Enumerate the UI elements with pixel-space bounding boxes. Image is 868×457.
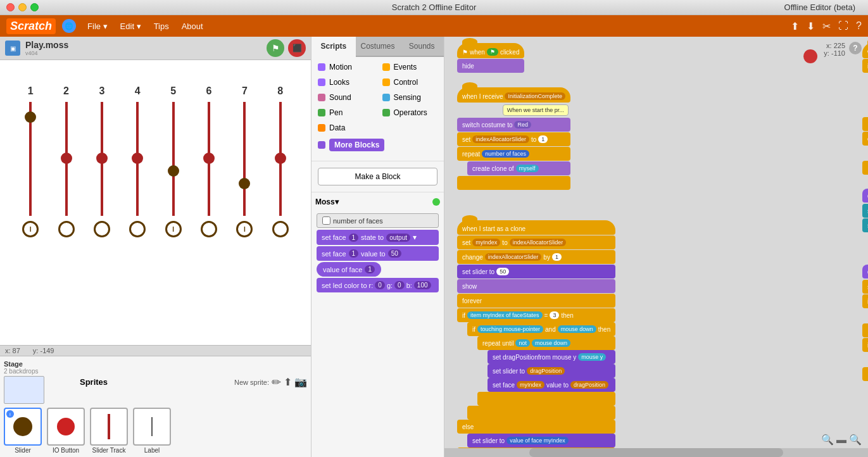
zoom-out-button[interactable]: 🔍 (821, 434, 834, 446)
file-menu[interactable]: File ▾ (81, 19, 114, 34)
set-slider-drag[interactable]: set slider to dragPosition (487, 364, 615, 378)
sprite-item-slider[interactable]: i Slider (4, 408, 42, 454)
define-drag-hat[interactable]: define set dragPosition from mouse y mou… (862, 265, 868, 279)
cat-sound[interactable]: Sound (314, 91, 377, 104)
slider-7-handle[interactable] (239, 178, 250, 189)
set-face-value-drag[interactable]: set face myIndex value to dragPosition (487, 378, 615, 392)
slider-1-track[interactable] (29, 102, 32, 216)
repeat-faces[interactable]: repeat number of faces (457, 147, 570, 161)
set-myindex[interactable]: set myIndex to indexAllocatorSlider (457, 235, 615, 249)
horizontal-scrollbar[interactable] (444, 448, 868, 457)
slider-3-handle[interactable] (96, 153, 108, 164)
when-flag-clicked[interactable]: ⚑ when ⚑ clicked (457, 43, 524, 58)
set-slider-50[interactable]: set slider to 50 (457, 265, 615, 279)
if-drag-100[interactable]: if dragPosition > 100 then (862, 294, 868, 308)
forever-block[interactable]: forever (457, 294, 615, 308)
slider-8-track[interactable] (279, 102, 282, 216)
zoom-in-button[interactable]: 🔍 (849, 434, 862, 446)
value-of-face-block[interactable]: value of face 1 (317, 262, 439, 277)
slider-6-handle[interactable] (203, 153, 215, 164)
stop-button[interactable]: ⬛ (288, 39, 306, 57)
slider-2-handle[interactable] (61, 153, 72, 164)
scroll-thumb[interactable] (529, 448, 783, 457)
edit-menu[interactable]: Edit ▾ (114, 19, 148, 34)
minimize-button[interactable] (18, 3, 27, 11)
set-face-state-inner[interactable]: set face 1 state to output ▾ (317, 230, 439, 245)
if-faces-states-header[interactable]: if item myIndex of faceStates = 3 then (457, 308, 615, 322)
cat-motion[interactable]: Motion (314, 61, 377, 73)
value-of-face-inner[interactable]: value of face 1 (317, 262, 381, 277)
copy-icon[interactable]: ✂ (822, 20, 831, 32)
maximize-button[interactable] (30, 3, 39, 11)
if-myindex-faces[interactable]: if item myIndex of faceStates = 0 then (862, 59, 868, 73)
slider-4-handle[interactable] (132, 153, 143, 164)
set-face-value-block[interactable]: set face 1 value to 50 (317, 246, 439, 261)
cat-operators[interactable]: Operators (379, 106, 442, 119)
repeat-until[interactable]: repeat until not mouse down (477, 336, 615, 350)
set-led-color-block[interactable]: set led color to r: 0 g: 0 b: 100 (317, 278, 439, 292)
upload-icon[interactable]: ⬆ (791, 20, 799, 32)
slider-4-track[interactable] (136, 102, 139, 216)
cat-looks[interactable]: Looks (314, 76, 377, 89)
slider-5-handle[interactable] (168, 165, 179, 177)
tips-menu[interactable]: Tips (148, 19, 175, 34)
switch-costume-red[interactable]: switch costume to Red (457, 118, 570, 132)
if-drag-lt-0[interactable]: if dragPosition < 0 then (862, 338, 868, 352)
sprite-thumb-label[interactable] (133, 408, 171, 446)
set-face-state-block[interactable]: set face 1 state to output ▾ (317, 230, 439, 245)
make-block-button[interactable]: Make a Block (318, 168, 437, 185)
cat-more-blocks[interactable]: More Blocks (314, 137, 441, 153)
show-block[interactable]: show (457, 279, 615, 293)
about-menu[interactable]: About (175, 19, 210, 34)
scripts-area[interactable]: ⚑ when ⚑ clicked hide when I receive Ini… (444, 37, 868, 448)
new-sprite-camera-icon[interactable]: 📷 (294, 376, 307, 388)
when-start-clone[interactable]: when I start as a clone (457, 220, 615, 235)
cat-sensing[interactable]: Sensing (379, 91, 442, 104)
change-index[interactable]: change indexAllocatorSlider by 1 (457, 250, 615, 264)
cat-pen[interactable]: Pen (314, 106, 377, 119)
when-receive-init[interactable]: when I receive InitializationComplete (457, 87, 570, 103)
new-sprite-upload-icon[interactable]: ⬆ (284, 376, 292, 388)
sprite-thumb-slider[interactable]: i (4, 408, 42, 446)
slider-2-track[interactable] (65, 102, 68, 216)
new-sprite-paint-icon[interactable]: ✏ (272, 375, 281, 389)
set-y-block[interactable]: set y to 2 * value - 100 (862, 204, 868, 218)
if-touching[interactable]: if touching mouse-pointer and mouse down… (467, 322, 615, 336)
cat-control[interactable]: Control (379, 76, 442, 89)
number-of-faces-checkbox[interactable] (322, 216, 330, 225)
language-button[interactable]: 🌐 (62, 19, 76, 33)
slider-3-track[interactable] (101, 102, 103, 216)
set-x-block[interactable]: set x to item myIndex of xLocations (862, 218, 868, 232)
slider-1-handle[interactable] (25, 111, 36, 123)
define-slider-hat[interactable]: define set slider to value (862, 189, 868, 203)
help-button[interactable]: ? (849, 42, 862, 54)
sprite-thumb-io[interactable] (47, 408, 85, 446)
create-clone[interactable]: create clone of myself (467, 161, 570, 175)
slider-5-track[interactable] (172, 102, 175, 216)
hide-block[interactable]: hide (457, 59, 524, 73)
cat-data[interactable]: Data (314, 122, 377, 134)
sprite-item-io[interactable]: IO Button (47, 408, 85, 454)
when-receive-channel[interactable]: when I receive ChannelChanged (862, 43, 868, 58)
set-index-allocator[interactable]: set indexAllocatorSlider to 1 (457, 132, 570, 146)
tab-costumes[interactable]: Costumes (356, 37, 400, 57)
sprite-item-label[interactable]: Label (133, 408, 171, 454)
help-icon[interactable]: ? (856, 20, 862, 32)
download-icon[interactable]: ⬇ (807, 20, 815, 32)
sprite-thumb-track[interactable] (90, 408, 128, 446)
green-flag-button[interactable]: ⚑ (267, 39, 284, 57)
set-face-value-inner[interactable]: set face 1 value to 50 (317, 246, 439, 261)
stage-thumb[interactable] (4, 376, 44, 404)
slider-8-handle[interactable] (275, 153, 286, 164)
set-led-color-inner[interactable]: set led color to r: 0 g: 0 b: 100 (317, 278, 439, 292)
slider-7-track[interactable] (243, 102, 246, 216)
tab-sounds[interactable]: Sounds (399, 37, 444, 57)
tab-scripts[interactable]: Scripts (311, 37, 356, 57)
set-drag-expr[interactable]: set dragPosition to mouseY + 100 / 2 (862, 280, 868, 294)
set-drag-pos[interactable]: set dragPositionfrom mouse y mouse y (487, 350, 615, 364)
sprite-item-track[interactable]: Slider Track (90, 408, 128, 454)
cat-events[interactable]: Events (379, 61, 442, 73)
zoom-reset-button[interactable]: ▬ (836, 434, 846, 446)
close-button[interactable] (6, 3, 15, 11)
slider-6-track[interactable] (208, 102, 210, 216)
